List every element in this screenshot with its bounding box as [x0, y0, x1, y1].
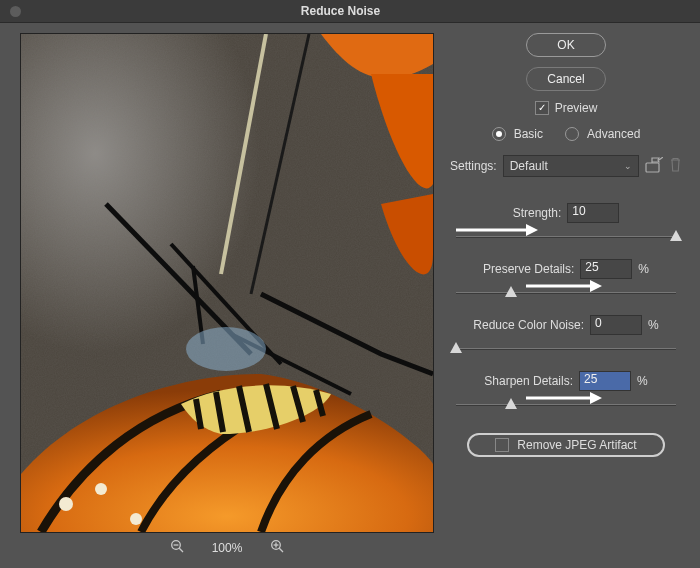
titlebar: Reduce Noise [0, 0, 700, 23]
preview-checkbox[interactable] [535, 101, 549, 115]
color-noise-group: Reduce Color Noise: 0 % [450, 315, 682, 357]
radio-off-icon [565, 127, 579, 141]
svg-rect-13 [646, 163, 659, 172]
zoom-level[interactable]: 100% [212, 541, 243, 555]
svg-point-5 [130, 513, 142, 525]
settings-row: Settings: Default ⌄ [450, 155, 682, 177]
trash-icon[interactable] [669, 157, 682, 175]
strength-input[interactable]: 10 [567, 203, 619, 223]
settings-select[interactable]: Default ⌄ [503, 155, 639, 177]
ok-label: OK [557, 38, 574, 52]
sharpen-label: Sharpen Details: [484, 374, 573, 388]
svg-line-10 [280, 548, 284, 552]
svg-point-3 [59, 497, 73, 511]
cancel-button[interactable]: Cancel [526, 67, 606, 91]
strength-slider[interactable] [456, 229, 676, 245]
svg-marker-17 [590, 280, 602, 292]
window-controls [10, 6, 21, 17]
advanced-label: Advanced [587, 127, 640, 141]
svg-point-4 [95, 483, 107, 495]
preserve-slider[interactable] [456, 285, 676, 301]
ok-button[interactable]: OK [526, 33, 606, 57]
color-noise-suffix: % [648, 318, 659, 332]
preview-image[interactable] [20, 33, 434, 533]
zoom-in-icon[interactable] [270, 539, 284, 556]
sharpen-input[interactable]: 25 [579, 371, 631, 391]
settings-value: Default [510, 159, 548, 173]
color-noise-input[interactable]: 0 [590, 315, 642, 335]
reduce-noise-dialog: Reduce Noise [0, 0, 700, 568]
svg-line-7 [179, 548, 183, 552]
preserve-input[interactable]: 25 [580, 259, 632, 279]
svg-marker-15 [526, 224, 538, 236]
settings-label: Settings: [450, 159, 497, 173]
window-title: Reduce Noise [21, 4, 700, 18]
preserve-suffix: % [638, 262, 649, 276]
preserve-label: Preserve Details: [483, 262, 574, 276]
chevron-down-icon: ⌄ [624, 161, 632, 171]
remove-jpeg-label: Remove JPEG Artifact [517, 438, 636, 452]
remove-jpeg-row: Remove JPEG Artifact [467, 433, 665, 457]
preserve-group: Preserve Details: 25 % [450, 259, 682, 301]
save-preset-icon[interactable] [645, 157, 663, 176]
preview-toggle-row: Preview [450, 101, 682, 115]
remove-jpeg-checkbox[interactable] [495, 438, 509, 452]
advanced-radio[interactable]: Advanced [565, 127, 640, 141]
color-noise-label: Reduce Color Noise: [473, 318, 584, 332]
cancel-label: Cancel [547, 72, 584, 86]
color-noise-slider[interactable] [456, 341, 676, 357]
svg-marker-19 [590, 392, 602, 404]
zoom-bar: 100% [170, 539, 285, 556]
svg-point-2 [186, 327, 266, 371]
close-icon[interactable] [10, 6, 21, 17]
sharpen-group: Sharpen Details: 25 % [450, 371, 682, 413]
sharpen-suffix: % [637, 374, 648, 388]
preview-pane: 100% [0, 23, 440, 568]
controls-panel: OK Cancel Preview Basic Advanced Setting… [440, 23, 700, 568]
sharpen-slider[interactable] [456, 397, 676, 413]
basic-label: Basic [514, 127, 543, 141]
basic-radio[interactable]: Basic [492, 127, 543, 141]
mode-row: Basic Advanced [450, 127, 682, 141]
strength-group: Strength: 10 [450, 203, 682, 245]
preview-label: Preview [555, 101, 598, 115]
radio-on-icon [492, 127, 506, 141]
strength-label: Strength: [513, 206, 562, 220]
zoom-out-icon[interactable] [170, 539, 184, 556]
